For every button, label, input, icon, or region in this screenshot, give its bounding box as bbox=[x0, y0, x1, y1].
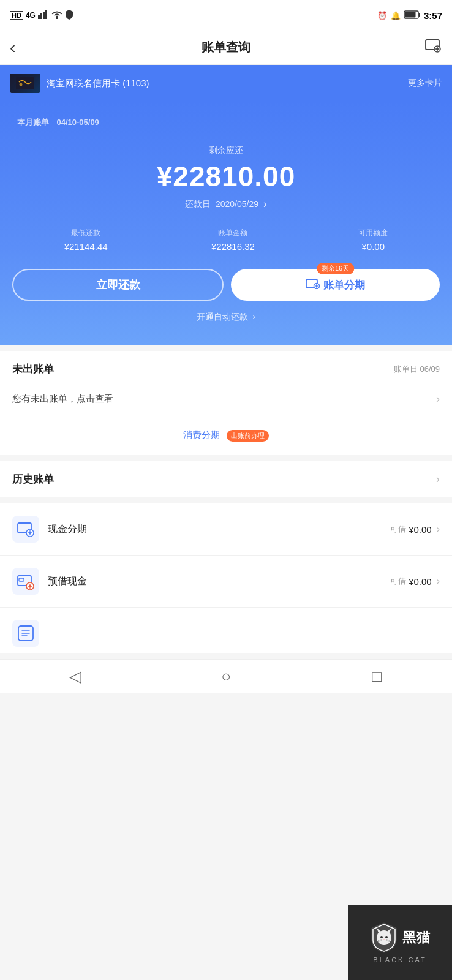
alarm-icon: ⏰ bbox=[377, 11, 387, 20]
svg-point-30 bbox=[385, 936, 388, 938]
black-cat-watermark: 黑猫 BLACK CAT bbox=[348, 905, 452, 980]
installment-promo: 消费分期 出账前办理 bbox=[12, 423, 440, 444]
auto-repay-chevron-icon: › bbox=[253, 312, 256, 322]
bill-notice-chevron-icon: › bbox=[436, 393, 440, 405]
svg-point-9 bbox=[436, 48, 439, 50]
history-chevron-icon: › bbox=[436, 473, 440, 486]
unpublished-bill-section: 未出账单 账单日 06/09 您有未出账单，点击查看 › 消费分期 出账前办理 bbox=[0, 351, 452, 455]
advance-cash-avail-label: 可借 bbox=[390, 576, 406, 587]
stat-minimum-value: ¥21144.44 bbox=[64, 241, 108, 252]
card-selector[interactable]: 淘宝网联名信用卡 (1103) 更多卡片 bbox=[0, 65, 452, 102]
installment-label: 账单分期 bbox=[323, 278, 365, 292]
notification-icon: 🔔 bbox=[391, 11, 401, 20]
status-bar: HD 4G ⏰ 🔔 bbox=[0, 0, 452, 31]
currency-symbol: ¥ bbox=[157, 160, 173, 192]
svg-rect-2 bbox=[43, 12, 45, 19]
unpublished-bill-title: 未出账单 bbox=[12, 362, 54, 376]
svg-rect-0 bbox=[38, 15, 40, 19]
service-name-advance-cash: 预借现金 bbox=[48, 575, 87, 588]
svg-rect-1 bbox=[40, 13, 42, 19]
stat-credit-label: 可用额度 bbox=[358, 228, 388, 238]
cash-installment-icon bbox=[12, 516, 39, 543]
unpublished-bill-date: 账单日 06/09 bbox=[394, 364, 440, 375]
installment-promo-link[interactable]: 消费分期 bbox=[183, 429, 220, 440]
service-item-advance-cash[interactable]: 预借现金 可借 ¥0.00 › bbox=[0, 556, 452, 608]
service-left-advance: 预借现金 bbox=[12, 568, 87, 595]
cash-installment-chevron-icon: › bbox=[437, 524, 440, 535]
stat-credit-limit: 可用额度 ¥0.00 bbox=[358, 228, 388, 252]
history-bill-title: 历史账单 bbox=[12, 472, 54, 486]
stat-bill-label: 账单金额 bbox=[211, 228, 255, 238]
auto-repay-link[interactable]: 开通自动还款 › bbox=[12, 312, 440, 323]
status-left: HD 4G bbox=[10, 10, 73, 21]
installment-promo-badge: 出账前办理 bbox=[227, 430, 269, 442]
due-date: 还款日 2020/05/29 bbox=[185, 199, 258, 210]
stat-bill-amount: 账单金额 ¥22816.32 bbox=[211, 228, 255, 252]
bill-notice-row[interactable]: 您有未出账单，点击查看 › bbox=[12, 385, 440, 413]
advance-cash-icon bbox=[12, 568, 39, 595]
action-buttons: 立即还款 剩余16天 账单分期 bbox=[12, 269, 440, 301]
stat-credit-value: ¥0.00 bbox=[358, 241, 388, 252]
time-display: 3:57 bbox=[424, 10, 442, 21]
installment-icon bbox=[306, 278, 320, 292]
stat-minimum-label: 最低还款 bbox=[64, 228, 108, 238]
stat-minimum-payment: 最低还款 ¥21144.44 bbox=[64, 228, 108, 252]
bill-stats: 最低还款 ¥21144.44 账单金额 ¥22816.32 可用额度 ¥0.00 bbox=[12, 228, 440, 252]
svg-point-11 bbox=[20, 83, 23, 86]
svg-rect-10 bbox=[16, 77, 34, 89]
bottom-nav: ◁ ○ □ bbox=[0, 659, 452, 693]
remaining-label: 剩余应还 bbox=[12, 145, 440, 156]
card-info: 淘宝网联名信用卡 (1103) bbox=[10, 74, 149, 93]
main-bill-section: 本月账单 04/10-05/09 剩余应还 ¥22810.00 还款日 2020… bbox=[0, 102, 452, 345]
bill-notice-text: 您有未出账单，点击查看 bbox=[12, 393, 113, 405]
signal-4g: 4G bbox=[26, 11, 36, 20]
svg-rect-6 bbox=[405, 12, 415, 17]
remaining-amount: ¥22810.00 bbox=[12, 160, 440, 193]
battery-icon bbox=[404, 10, 420, 21]
svg-point-21 bbox=[29, 585, 31, 587]
svg-point-29 bbox=[380, 936, 383, 938]
black-cat-logo: 黑猫 bbox=[369, 922, 431, 954]
shield-icon bbox=[65, 10, 73, 21]
svg-rect-3 bbox=[45, 10, 47, 19]
installment-button-wrap: 剩余16天 账单分期 bbox=[231, 269, 440, 301]
service-item-cash-installment[interactable]: 现金分期 可借 ¥0.00 › bbox=[0, 503, 452, 556]
service-section: 现金分期 可借 ¥0.00 › 预借现金 可借 ¥0.00 › bbox=[0, 503, 452, 653]
status-right: ⏰ 🔔 3:57 bbox=[377, 10, 442, 21]
hd-badge: HD bbox=[10, 11, 23, 20]
black-cat-chinese-text: 黑猫 bbox=[402, 929, 431, 947]
cash-installment-amount: ¥0.00 bbox=[409, 524, 432, 535]
service-right: 可借 ¥0.00 › bbox=[390, 524, 440, 535]
nav-home-button[interactable]: ○ bbox=[208, 667, 244, 686]
amount-value: 22810.00 bbox=[173, 160, 295, 192]
installment-badge: 剩余16天 bbox=[317, 263, 354, 274]
svg-point-14 bbox=[315, 285, 317, 287]
svg-point-17 bbox=[29, 532, 31, 534]
unpublished-bill-header: 未出账单 账单日 06/09 bbox=[12, 362, 440, 376]
cash-installment-avail-label: 可借 bbox=[390, 524, 406, 535]
settings-button[interactable] bbox=[425, 39, 442, 57]
black-cat-english-text: BLACK CAT bbox=[373, 956, 426, 963]
advance-cash-chevron-icon: › bbox=[437, 576, 440, 587]
nav-recent-button[interactable]: □ bbox=[358, 667, 395, 686]
svg-rect-19 bbox=[19, 578, 24, 581]
service-left: 现金分期 bbox=[12, 516, 87, 543]
svg-rect-5 bbox=[418, 13, 420, 17]
card-name: 淘宝网联名信用卡 (1103) bbox=[47, 78, 149, 89]
top-nav: ‹ 账单查询 bbox=[0, 31, 452, 65]
nav-back-button[interactable]: ◁ bbox=[57, 667, 94, 686]
back-button[interactable]: ‹ bbox=[10, 38, 15, 58]
bill-period: 本月账单 04/10-05/09 bbox=[12, 116, 440, 128]
card-thumbnail bbox=[10, 74, 40, 93]
more-cards-button[interactable]: 更多卡片 bbox=[408, 78, 442, 89]
due-date-chevron-icon: › bbox=[263, 198, 267, 211]
stat-bill-value: ¥22816.32 bbox=[211, 241, 255, 252]
partial-icon bbox=[12, 620, 39, 647]
signal-bars-icon bbox=[38, 10, 49, 21]
pay-now-button[interactable]: 立即还款 bbox=[12, 269, 224, 301]
service-name-cash-installment: 现金分期 bbox=[48, 523, 87, 536]
history-bill-section[interactable]: 历史账单 › bbox=[0, 461, 452, 497]
wifi-icon bbox=[51, 10, 62, 21]
due-date-row[interactable]: 还款日 2020/05/29 › bbox=[12, 198, 440, 211]
advance-cash-amount: ¥0.00 bbox=[409, 576, 432, 587]
